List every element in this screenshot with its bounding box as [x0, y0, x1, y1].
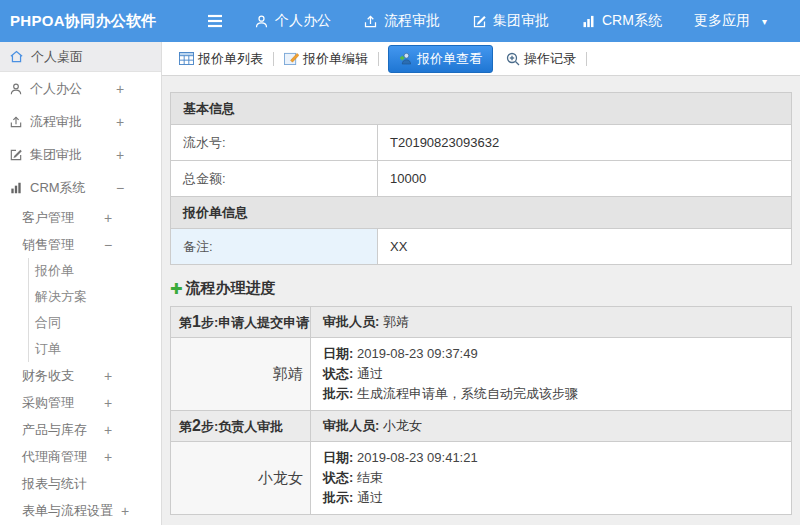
form-row: 总金额: 10000	[171, 161, 792, 197]
step-header-row: 第2步:负责人审批 审批人员: 小龙女	[171, 411, 792, 442]
edit-icon	[472, 14, 487, 29]
sidebar-item-reports[interactable]: 报表与统计	[0, 470, 161, 497]
sidebar-item-label: 解决方案	[35, 288, 87, 306]
home-icon	[9, 49, 24, 64]
sidebar-subtree: 报价单 解决方案 合同 订单	[28, 258, 161, 362]
step-number: 2	[192, 417, 201, 434]
tab-operation-log[interactable]: 操作记录	[499, 50, 583, 68]
sidebar-item-label: 产品与库存	[22, 421, 87, 439]
sidebar-item-crm[interactable]: CRM系统 −	[0, 171, 161, 204]
detail-date: 日期: 2019-08-23 09:37:49	[323, 344, 781, 364]
content-panel: 基本信息 流水号: T20190823093632 总金额: 10000 报价单…	[162, 76, 800, 515]
sidebar-item-label: 订单	[35, 340, 61, 358]
sidebar-item-quotation[interactable]: 报价单	[29, 258, 161, 284]
sidebar-item-label: 表单与流程设置	[22, 502, 113, 520]
sidebar-item-purchase[interactable]: 采购管理 +	[0, 389, 161, 416]
collapse-minus-icon[interactable]: −	[104, 237, 112, 253]
sidebar-item-personal-office[interactable]: 个人办公 +	[0, 72, 161, 105]
progress-table: 第1步:申请人提交申请 审批人员: 郭靖 郭靖 日期: 2019-08-23 0…	[170, 306, 792, 515]
expand-plus-icon[interactable]: +	[104, 422, 112, 438]
toolbar-separator	[273, 52, 274, 66]
approver-name: 郭靖	[171, 338, 311, 411]
expand-plus-icon[interactable]: +	[104, 395, 112, 411]
menu-toggle-icon[interactable]	[192, 14, 238, 28]
expand-plus-icon[interactable]: +	[104, 449, 112, 465]
sidebar-item-label: 个人办公	[30, 80, 82, 98]
nav-more-apps[interactable]: 更多应用 ▾	[678, 0, 783, 42]
app-logo: PHPOA协同办公软件	[0, 12, 192, 31]
expand-plus-icon[interactable]: +	[116, 114, 124, 130]
sidebar-item-form-flow-settings[interactable]: 表单与流程设置 +	[0, 497, 161, 524]
tab-quotation-list[interactable]: 报价单列表	[172, 50, 270, 68]
field-value-remark: XX	[378, 229, 792, 265]
expand-plus-icon[interactable]: +	[116, 81, 124, 97]
plus-icon[interactable]: ✚	[170, 280, 183, 298]
sidebar-item-label: 流程审批	[30, 113, 82, 131]
nav-label: 集团审批	[493, 12, 549, 30]
step-title: 第2步:负责人审批	[171, 411, 311, 442]
sidebar-item-finance[interactable]: 财务收支 +	[0, 362, 161, 389]
nav-group-approval[interactable]: 集团审批	[456, 0, 565, 42]
sidebar-item-label: 采购管理	[22, 394, 74, 412]
sidebar-item-label: 集团审批	[30, 146, 82, 164]
section-header: 报价单信息	[171, 197, 792, 229]
step-number: 1	[192, 313, 201, 330]
tab-label: 报价单编辑	[303, 50, 368, 68]
main-area: 报价单列表 报价单编辑 报价单查看 操作记录 基本信息	[162, 42, 800, 525]
expand-plus-icon[interactable]: +	[121, 503, 129, 519]
sidebar-item-group-approval[interactable]: 集团审批 +	[0, 138, 161, 171]
expand-plus-icon[interactable]: +	[104, 368, 112, 384]
tab-quotation-view[interactable]: 报价单查看	[388, 45, 493, 73]
sidebar-item-label: 报表与统计	[22, 475, 87, 493]
tab-label: 报价单列表	[198, 50, 263, 68]
nav-process-approval[interactable]: 流程审批	[347, 0, 456, 42]
sidebar-item-product-stock[interactable]: 产品与库存 +	[0, 416, 161, 443]
sidebar-item-label: 财务收支	[22, 367, 74, 385]
sidebar-item-label: 个人桌面	[31, 48, 83, 66]
sidebar-item-label: 合同	[35, 314, 61, 332]
sidebar-item-label: CRM系统	[30, 179, 86, 197]
section-header-row: 报价单信息	[171, 197, 792, 229]
edit-icon	[9, 148, 23, 162]
process-icon	[9, 115, 23, 129]
sidebar-item-label: 客户管理	[22, 209, 74, 227]
view-icon	[399, 52, 412, 65]
sidebar-item-order[interactable]: 订单	[29, 336, 161, 362]
expand-plus-icon[interactable]: +	[104, 210, 112, 226]
tab-quotation-edit[interactable]: 报价单编辑	[277, 50, 375, 68]
top-navbar: PHPOA协同办公软件 个人办公 流程审批 集团审批 CRM系统 更多应用 ▾	[0, 0, 800, 42]
sidebar-item-agent-mgmt[interactable]: 代理商管理 +	[0, 443, 161, 470]
field-label-remark: 备注:	[171, 229, 378, 265]
step-detail-row: 郭靖 日期: 2019-08-23 09:37:49 状态: 通过 批示: 生成…	[171, 338, 792, 411]
field-value-amount: 10000	[378, 161, 792, 197]
tab-toolbar: 报价单列表 报价单编辑 报价单查看 操作记录	[162, 42, 800, 76]
sidebar-item-label: 销售管理	[22, 236, 74, 254]
step-detail: 日期: 2019-08-23 09:41:21 状态: 结束 批示: 通过	[311, 442, 792, 515]
magnifier-icon	[506, 52, 520, 66]
collapse-minus-icon[interactable]: −	[116, 180, 124, 196]
sidebar-item-desktop[interactable]: 个人桌面	[0, 42, 161, 72]
sidebar-item-contract[interactable]: 合同	[29, 310, 161, 336]
tab-label: 操作记录	[524, 50, 576, 68]
sidebar-item-solution[interactable]: 解决方案	[29, 284, 161, 310]
expand-plus-icon[interactable]: +	[116, 147, 124, 163]
step-header-row: 第1步:申请人提交申请 审批人员: 郭靖	[171, 307, 792, 338]
step-detail-row: 小龙女 日期: 2019-08-23 09:41:21 状态: 结束 批示: 通…	[171, 442, 792, 515]
nav-label: 更多应用	[694, 12, 750, 30]
sidebar-item-label: 代理商管理	[22, 448, 87, 466]
toolbar-separator	[378, 52, 379, 66]
sidebar-item-sales-mgmt[interactable]: 销售管理 −	[0, 231, 161, 258]
main-layout: 个人桌面 个人办公 + 流程审批 + 集团审批 + CRM系统 − 客户管理 +…	[0, 42, 800, 525]
section-header-row: 基本信息	[171, 93, 792, 125]
field-value-serial: T20190823093632	[378, 125, 792, 161]
nav-personal-office[interactable]: 个人办公	[238, 0, 347, 42]
sidebar-item-process-approval[interactable]: 流程审批 +	[0, 105, 161, 138]
form-row: 流水号: T20190823093632	[171, 125, 792, 161]
edit-doc-icon	[284, 52, 299, 65]
step-approver: 审批人员: 小龙女	[311, 411, 792, 442]
chevron-down-icon: ▾	[762, 16, 767, 27]
sidebar-item-customer-mgmt[interactable]: 客户管理 +	[0, 204, 161, 231]
chart-icon	[581, 14, 596, 29]
process-icon	[363, 14, 378, 29]
nav-crm-system[interactable]: CRM系统	[565, 0, 678, 42]
